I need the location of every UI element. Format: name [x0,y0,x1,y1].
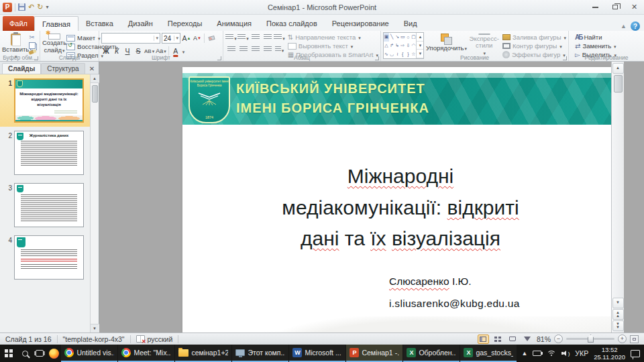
action-center-icon[interactable] [631,350,640,357]
reading-view-button[interactable] [507,335,519,344]
zoom-out-button[interactable]: − [554,335,563,343]
font-name-combobox[interactable]: ▾ [101,33,160,44]
shape-fill-button[interactable]: Заливка фигуры [502,34,566,41]
start-button[interactable] [0,345,17,362]
shape-icon[interactable]: ╲ [389,33,394,42]
taskbar-search-button[interactable] [17,345,32,362]
tab-review[interactable]: Рецензирование [325,16,396,31]
shape-icon[interactable]: ◠ [411,42,416,50]
zoom-in-button[interactable]: + [618,335,627,343]
align-center-button[interactable] [237,44,249,54]
tab-insert[interactable]: Вставка [78,16,121,31]
scroll-thumb[interactable] [614,75,623,93]
taskbar-app-explorer[interactable]: Этот комп... [232,345,288,362]
previous-slide-button[interactable]: ▲▲ [612,309,624,320]
task-view-button[interactable] [32,345,47,362]
shape-icon[interactable]: ⇨ [400,42,405,50]
shape-icon[interactable]: ▢ [411,33,416,42]
normal-view-button[interactable] [478,335,489,344]
slide-thumbnail-4[interactable]: 4 [0,231,90,284]
font-size-combobox[interactable]: 24▾ [162,33,180,44]
taskbar-app-folder[interactable]: семінар1+2 [175,345,231,362]
slide-counter[interactable]: Слайд 1 из 16 [0,333,57,345]
zoom-level[interactable]: 81% [537,335,551,343]
shape-icon[interactable]: △ [384,42,389,50]
panel-scroll-down-icon[interactable]: ▼ [91,324,99,333]
slide-thumbnail-3[interactable]: 3 [0,179,90,231]
find-button[interactable]: АБНайти [575,34,642,41]
tab-animations[interactable]: Анимация [209,16,259,31]
justify-button[interactable] [262,44,273,54]
panel-scrollbar[interactable]: ▲ ▼ [90,74,99,333]
taskbar-clock[interactable]: 13:52 25.11.2020 [594,346,625,361]
firefox-button[interactable] [47,345,62,362]
panel-close-icon[interactable]: ✕ [85,65,99,74]
vertical-scrollbar[interactable]: ▲ ▼ ▲▲ ▼▼ [611,62,624,333]
restore-button[interactable] [605,1,625,14]
fit-to-window-button[interactable] [630,335,639,343]
taskbar-app-chrome-2[interactable]: Meet: "Мix... [118,345,174,362]
paragraph-dialog-launcher[interactable] [375,56,379,60]
zoom-slider-thumb[interactable] [588,335,594,343]
slide-title[interactable]: Міжнародні медіакомунікації: відкриті да… [209,161,592,255]
copy-icon[interactable] [29,42,36,49]
scroll-down-icon[interactable]: ▼ [612,298,624,308]
volume-icon[interactable]: ) [561,350,570,357]
slideshow-button[interactable] [522,335,533,344]
panel-scroll-thumb[interactable] [92,85,98,103]
bullets-button[interactable] [225,32,237,42]
close-button[interactable]: ✕ [625,1,644,14]
text-direction-button[interactable]: ⇅Направление текста [288,34,378,41]
help-button[interactable]: ? [631,21,640,31]
align-left-button[interactable] [225,44,237,54]
shape-icon[interactable]: ↘ [394,33,400,42]
grow-font-button[interactable]: А▲ [182,34,191,44]
scroll-up-icon[interactable]: ▲ [612,63,624,74]
slide-thumbnail-2[interactable]: 2 Журналістика даних [0,127,90,179]
panel-tab-outline[interactable]: Структура [41,63,85,74]
cut-icon[interactable]: ✂ [29,34,36,41]
ribbon-collapse-icon[interactable]: ▲ [621,23,627,29]
columns-button[interactable] [274,44,285,54]
taskbar-app-excel-1[interactable]: XОброблен... [403,345,460,362]
tab-view[interactable]: Вид [396,16,425,31]
align-text-button[interactable]: Выровнять текст [288,42,378,50]
replace-button[interactable]: ⇄Заменить [575,42,642,50]
template-name[interactable]: "template-korp-4x3" [58,333,130,345]
shape-icon[interactable]: ▭ [400,33,405,42]
panel-scroll-up-icon[interactable]: ▲ [91,74,99,83]
tab-home[interactable]: Главная [34,16,78,31]
quick-styles-button[interactable]: Экспресс-стили [468,32,499,54]
panel-tab-slides[interactable]: Слайды [2,63,41,74]
taskbar-app-excel-2[interactable]: Xgas_stocks_... [460,345,517,362]
gallery-scroll-down-icon[interactable]: ▼ [417,42,423,50]
tray-expand-icon[interactable]: ▲ [521,350,527,357]
taskbar-app-powerpoint[interactable]: PСемінар1 -... [346,345,402,362]
increase-indent-button[interactable] [262,32,273,42]
tab-design[interactable]: Дизайн [121,16,160,31]
align-right-button[interactable] [250,44,261,54]
gallery-scroll-up-icon[interactable]: ▲ [417,33,423,42]
slide-thumbnail-1[interactable]: 1 Міжнародні медіакомунікації: відкриті … [0,74,90,127]
shape-icon[interactable]: ○ [405,33,411,42]
line-spacing-button[interactable] [274,32,285,42]
minimize-button[interactable] [586,1,605,14]
shape-icon[interactable]: ⇩ [405,42,411,50]
taskbar-app-chrome-1[interactable]: Untitled vis... [61,345,117,362]
clipboard-dialog-launcher[interactable] [34,56,38,60]
font-dialog-launcher[interactable] [217,56,221,60]
zoom-slider[interactable] [566,338,614,340]
shape-icon[interactable]: ↳ [394,42,400,50]
shape-icon[interactable]: ↱ [389,42,394,50]
arrange-button[interactable]: Упорядочить [427,32,466,54]
numbering-button[interactable] [237,32,249,42]
spellcheck-status[interactable]: русский [131,333,178,345]
tray-device-icon[interactable] [533,351,541,356]
tab-file[interactable]: Файл [3,16,34,31]
next-slide-button[interactable]: ▼▼ [612,320,624,331]
shape-icon[interactable]: ▣ [384,33,389,42]
new-slide-button[interactable]: Создать слайд [42,32,66,54]
taskbar-app-word[interactable]: WMicrosoft ... [289,345,345,362]
clear-formatting-button[interactable] [207,34,216,44]
decrease-indent-button[interactable] [250,32,261,42]
